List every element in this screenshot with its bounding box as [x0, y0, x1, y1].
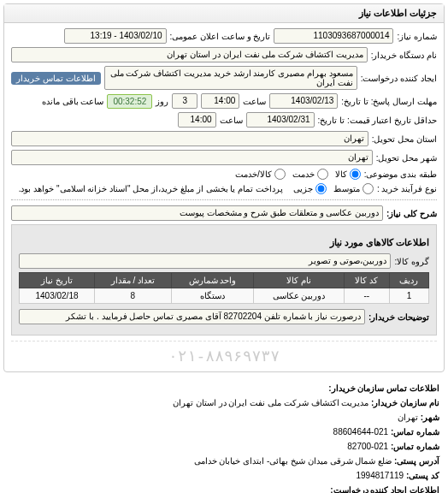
row-post: کد پستی: 1994817119 [9, 468, 439, 483]
row-notes: توضیحات خریدار: درصورت نیاز با شماره تلف… [19, 309, 429, 324]
goods-title: اطلاعات کالاهای مورد نیاز [19, 237, 429, 248]
separator [11, 199, 437, 200]
row-org: نام سازمان خریدار: مدیریت اکتشاف شرکت مل… [9, 395, 439, 410]
label-group: گروه کالا: [394, 257, 429, 266]
row-purchase-type: نوع فرآیند خرید : متوسط جزیی پرداخت تمام… [11, 183, 437, 194]
row-need-no: شماره نیاز: 1103093687000014 تاریخ و ساع… [11, 28, 437, 44]
label-time1: ساعت [243, 97, 266, 106]
td-date: 1403/02/18 [20, 288, 95, 304]
label-city: شهر محل تحویل: [376, 153, 437, 163]
field-overall: دوربین عکاسی و متعلقات طبق شرح و مشخصات … [11, 205, 383, 221]
main-panel: جزئیات اطلاعات نیاز شماره نیاز: 11030936… [3, 3, 445, 372]
radio-medium[interactable] [363, 183, 374, 194]
row-requester: ایجاد کننده درخواست: مسعود بهرام مصیری ک… [11, 66, 437, 90]
label-requester: ایجاد کننده درخواست: [361, 74, 437, 83]
radio-goods[interactable] [350, 169, 361, 180]
label-deadline: مهلت ارسال پاسخ: تا تاریخ: [341, 97, 437, 106]
row-buyer: نام دستگاه خریدار: مدیریت اکتشاف شرکت مل… [11, 47, 437, 62]
row-tel: شماره تماس: 021-88604644 [9, 425, 439, 439]
field-buyer: مدیریت اکتشاف شرکت ملی نفت ایران در استا… [11, 47, 368, 62]
label-day: روز [156, 97, 168, 106]
contact-section: اطلاعات تماس سازمان خریدار: نام سازمان خ… [0, 376, 448, 493]
label-subject: طبقه بندی موضوعی: [364, 169, 437, 179]
row-province: استان محل تحویل: تهران [11, 131, 437, 146]
purchase-note: پرداخت تمام یا بخشی از مبلغ خرید،از محل … [19, 184, 283, 193]
contact-title: اطلاعات تماس سازمان خریدار: [9, 381, 439, 395]
td-row: 1 [389, 288, 428, 304]
label-remaining: ساعت باقی مانده [42, 97, 104, 106]
td-qty: 8 [94, 288, 171, 304]
field-notes: درصورت نیاز با شماره تلفن 82702204 آقای … [19, 309, 365, 324]
label-announce: تاریخ و ساعت اعلان عمومی: [170, 32, 271, 41]
radio-service[interactable] [317, 169, 328, 180]
table-header-row: ردیف کد کالا نام کالا واحد شمارش تعداد /… [20, 273, 429, 288]
row-subject-type: طبقه بندی موضوعی: کالا خدمت کالا/خدمت [11, 169, 437, 180]
th-unit: واحد شمارش [171, 273, 253, 288]
field-announce: 1403/02/10 - 13:19 [64, 28, 167, 44]
th-name: نام کالا [254, 273, 344, 288]
radio-partial[interactable] [315, 183, 327, 194]
countdown: 00:32:52 [107, 94, 152, 109]
field-need-no: 1103093687000014 [274, 28, 393, 44]
subject-radio-group: کالا خدمت کالا/خدمت [235, 169, 361, 180]
radio-partial-label[interactable]: جزیی [293, 183, 327, 194]
row-validity: حداقل تاریخ اعتبار قیمت: تا تاریخ: 1403/… [11, 112, 437, 128]
label-need-no: شماره نیاز: [397, 32, 437, 41]
field-days: 3 [172, 93, 197, 109]
th-row: ردیف [389, 273, 428, 288]
radio-service-label[interactable]: خدمت [292, 169, 328, 180]
goods-section: اطلاعات کالاهای مورد نیاز گروه کالا: دور… [11, 224, 437, 336]
label-time2: ساعت [220, 116, 243, 125]
field-validity-date: 1403/02/31 [246, 112, 315, 128]
table-row: 1 -- دوربین عکاسی دستگاه 8 1403/02/18 [20, 288, 429, 304]
panel-body: شماره نیاز: 1103093687000014 تاریخ و ساع… [4, 23, 444, 371]
label-purchase: نوع فرآیند خرید : [377, 184, 437, 193]
label-buyer: نام دستگاه خریدار: [371, 50, 437, 60]
goods-table: ردیف کد کالا نام کالا واحد شمارش تعداد /… [19, 272, 429, 304]
row-ccity: شهر: تهران [9, 410, 439, 425]
radio-goods-service[interactable] [274, 169, 286, 180]
th-code: کد کالا [344, 273, 389, 288]
row-city: شهر محل تحویل: تهران [11, 150, 437, 165]
th-date: تاریخ نیاز [20, 273, 95, 288]
field-requester: مسعود بهرام مصیری کارمند ارشد خرید مدیری… [104, 66, 357, 90]
field-reply-date: 1403/02/13 [269, 93, 338, 109]
field-province: تهران [11, 131, 368, 146]
td-code: -- [344, 288, 389, 304]
row-deadline: مهلت ارسال پاسخ: تا تاریخ: 1403/02/13 سا… [11, 93, 437, 109]
row-tel2: شماره تماس: 021-82700 [9, 439, 439, 454]
radio-medium-label[interactable]: متوسط [333, 183, 374, 194]
purchase-radio-group: متوسط جزیی [293, 183, 374, 194]
field-city: تهران [11, 150, 373, 165]
label-validity: حداقل تاریخ اعتبار قیمت: تا تاریخ: [318, 116, 437, 125]
buyer-contact-button[interactable]: اطلاعات تماس خریدار [11, 72, 101, 85]
td-unit: دستگاه [171, 288, 253, 304]
label-province: استان محل تحویل: [372, 134, 437, 144]
row-addr: آدرس پستی: ضلع شمال شرقی میدان شیخ بهائی… [9, 454, 439, 468]
field-group: دوربین،صوتی و تصویر [19, 253, 391, 269]
panel-title: جزئیات اطلاعات نیاز [4, 4, 444, 23]
req-title: اطلاعات ایجاد کننده درخواست: [9, 483, 439, 493]
watermark: ۰۲۱-۸۸۹۶۹۷۳۷ [11, 341, 437, 366]
row-overall: شرح کلی نیاز: دوربین عکاسی و متعلقات طبق… [11, 205, 437, 221]
label-notes: توضیحات خریدار: [368, 312, 429, 322]
radio-gs-label[interactable]: کالا/خدمت [235, 169, 286, 180]
field-reply-time: 14:00 [201, 93, 239, 109]
radio-goods-label[interactable]: کالا [335, 169, 361, 180]
row-group: گروه کالا: دوربین،صوتی و تصویر [19, 253, 429, 269]
label-overall: شرح کلی نیاز: [386, 209, 437, 218]
th-qty: تعداد / مقدار [94, 273, 171, 288]
field-validity-time: 14:00 [178, 112, 216, 128]
td-name: دوربین عکاسی [254, 288, 344, 304]
